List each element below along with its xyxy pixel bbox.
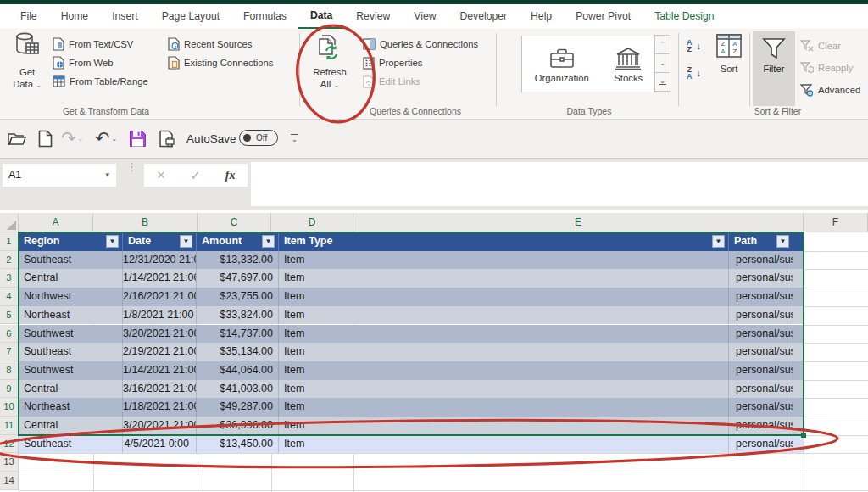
cell-amount[interactable]: $35,134.00 [197, 343, 279, 361]
filter-dropdown-date[interactable]: ▼ [180, 235, 192, 248]
row-number-9[interactable]: 9 [0, 380, 19, 399]
existing-connections-button[interactable]: Existing Connections [168, 54, 274, 71]
from-web-button[interactable]: From Web [53, 54, 114, 71]
cell-amount[interactable]: $41,003.00 [197, 380, 279, 399]
recent-sources-button[interactable]: Recent Sources [168, 36, 252, 53]
undo-button[interactable]: ↶⌄ [95, 127, 117, 149]
ribbon-tab-home[interactable]: Home [49, 5, 101, 28]
gallery-expand-button[interactable]: ⌄ [654, 72, 670, 92]
cell-path[interactable]: personal/susanharkins_susanharkins_onmic… [729, 288, 793, 306]
sort-az-button[interactable]: AZ↓ [687, 37, 701, 54]
filter-dropdown-path[interactable]: ▼ [776, 235, 789, 248]
row-number-5[interactable]: 5 [0, 306, 19, 325]
cell-region[interactable]: Northeast [19, 398, 123, 417]
cell-date[interactable]: 3/16/2021 21:00 [123, 380, 197, 399]
row-number-7[interactable]: 7 [0, 343, 19, 361]
queries-connections-button[interactable]: Queries & Connections [363, 36, 478, 53]
column-header-F[interactable]: F [804, 213, 868, 232]
cell-region[interactable]: Southeast [19, 435, 123, 454]
row-number-10[interactable]: 10 [0, 398, 19, 417]
ribbon-tab-insert[interactable]: Insert [100, 5, 149, 28]
ribbon-tab-data[interactable]: Data [298, 4, 344, 30]
cell-amount[interactable]: $44,064.00 [197, 361, 279, 380]
cell-region[interactable]: Northeast [19, 306, 123, 325]
customize-qat-button[interactable]: ⌄ [291, 127, 298, 149]
organization-data-type[interactable]: Organization [535, 46, 589, 83]
cell-amount[interactable]: $49,287.00 [197, 398, 279, 417]
row-number-3[interactable]: 3 [0, 269, 19, 288]
cell-region[interactable]: Southwest [19, 361, 123, 380]
cell-path[interactable]: personal/susanharkins_susanharkins_onmic… [729, 380, 793, 399]
print-preview-button[interactable] [159, 127, 175, 149]
from-table-range-button[interactable]: From Table/Range [53, 73, 148, 90]
ribbon-tab-power-pivot[interactable]: Power Pivot [564, 5, 643, 28]
name-box[interactable]: A1▾ [3, 164, 116, 187]
cell-item-type[interactable]: Item [279, 417, 729, 435]
cell-item-type[interactable]: Item [279, 343, 729, 361]
row-number-6[interactable]: 6 [0, 325, 19, 344]
cell-amount[interactable]: $14,737.00 [197, 325, 279, 344]
cancel-icon[interactable]: ✕ [156, 169, 165, 182]
gallery-up-button[interactable]: ⌃ [654, 35, 670, 54]
cell-item-type[interactable]: Item [279, 251, 729, 270]
cell-date[interactable]: 12/31/2020 21:00 [123, 251, 197, 270]
row-number-2[interactable]: 2 [0, 251, 19, 270]
header-cell-amount[interactable]: Amount▼ [197, 232, 279, 251]
cell-path[interactable]: personal/susanharkins_susanharkins_onmic… [729, 343, 793, 361]
redo-button[interactable]: ↷⌄ [61, 127, 83, 149]
cell-amount[interactable]: $36,996.00 [197, 417, 279, 435]
cell-region[interactable]: Central [19, 269, 123, 288]
cell-amount[interactable]: $47,697.00 [197, 269, 279, 288]
row-number-13[interactable]: 13 [0, 453, 19, 472]
cell-date[interactable]: 2/19/2021 21:00 [123, 343, 197, 361]
refresh-all-button[interactable]: Refresh All ⌄ [302, 32, 358, 92]
row-number-14[interactable]: 14 [0, 472, 19, 490]
cell-path[interactable]: personal/susanharkins_susanharkins_onmic… [729, 251, 793, 270]
save-button[interactable] [129, 127, 147, 149]
cell-date[interactable]: 4/5/2021 0:00 [123, 435, 197, 454]
cell-item-type[interactable]: Item [279, 435, 729, 454]
stocks-data-type[interactable]: Stocks [614, 46, 643, 83]
edit-links-button[interactable]: Edit Links [363, 73, 420, 90]
enter-check-icon[interactable]: ✓ [190, 168, 201, 183]
cell-region[interactable]: Central [19, 417, 123, 435]
column-header-A[interactable]: A [19, 213, 93, 232]
properties-button[interactable]: Properties [363, 54, 423, 71]
cell-amount[interactable]: $13,450.00 [197, 435, 279, 454]
column-header-B[interactable]: B [93, 213, 198, 232]
ribbon-tab-review[interactable]: Review [344, 5, 402, 28]
cell-amount[interactable]: $33,824.00 [197, 306, 279, 325]
row-number-8[interactable]: 8 [0, 361, 19, 380]
ribbon-tab-help[interactable]: Help [519, 5, 564, 28]
open-file-button[interactable] [7, 127, 27, 149]
ribbon-tab-table-design[interactable]: Table Design [643, 5, 726, 28]
cell-region[interactable]: Southwest [19, 325, 123, 344]
cell-item-type[interactable]: Item [279, 380, 729, 399]
cell-region[interactable]: Southeast [19, 343, 123, 361]
row-number-12[interactable]: 12 [0, 435, 19, 454]
cell-item-type[interactable]: Item [279, 398, 729, 417]
cell-amount[interactable]: $13,332.00 [197, 251, 279, 270]
cell-item-type[interactable]: Item [279, 361, 729, 380]
cell-date[interactable]: 3/20/2021 21:00 [123, 325, 197, 344]
cell-path[interactable]: personal/susanharkins_susanharkins_onmic… [729, 417, 793, 435]
sort-button[interactable]: ZA AZ Sort [710, 34, 748, 75]
column-header-C[interactable]: C [198, 213, 271, 232]
cell-region[interactable]: Northwest [19, 288, 123, 306]
header-cell-date[interactable]: Date▼ [123, 232, 197, 251]
header-cell-path[interactable]: Path▼ [729, 232, 793, 251]
cell-item-type[interactable]: Item [279, 325, 729, 344]
ribbon-tab-file[interactable]: File [8, 5, 49, 28]
cell-date[interactable]: 1/14/2021 21:00 [123, 361, 197, 380]
select-all-corner[interactable] [0, 213, 19, 232]
row-number-4[interactable]: 4 [0, 288, 19, 306]
filter-dropdown-item-type[interactable]: ▼ [712, 235, 725, 248]
header-cell-item-type[interactable]: Item Type▼ [279, 232, 729, 251]
cell-path[interactable]: personal/susanharkins_susanharkins_onmic… [729, 306, 793, 325]
cell-date[interactable]: 3/20/2021 21:00 [123, 417, 197, 435]
ribbon-tab-view[interactable]: View [402, 5, 448, 28]
reapply-filter-button[interactable]: Reapply [800, 59, 853, 76]
filter-dropdown-amount[interactable]: ▼ [262, 235, 275, 248]
cell-date[interactable]: 1/8/2021 21:00 [123, 306, 197, 325]
cell-path[interactable]: personal/susanharkins_susanharkins_onmic… [729, 269, 793, 288]
